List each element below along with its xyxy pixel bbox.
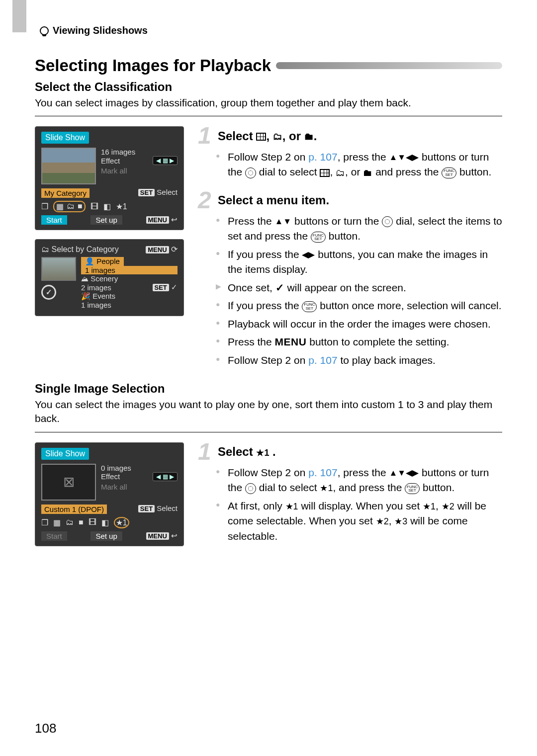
star1-icon: ★1 [256, 448, 269, 458]
date-grid-icon: ▦ [53, 518, 61, 527]
cam-category-highlight: My Category [41, 188, 90, 198]
set-badge: SET [138, 189, 155, 196]
func-set-button-icon: FUNCSET [405, 483, 420, 494]
menu-badge: MENU [146, 246, 169, 253]
step-2: 2 Select a menu item. Press the ▲▼ butto… [198, 191, 502, 368]
cam-markall: Mark all [101, 483, 178, 491]
step-number: 2 [198, 191, 216, 210]
menu-badge: MENU [146, 216, 169, 224]
func-set-button-icon: FUNCSET [302, 301, 317, 312]
star3-icon: ★3 [394, 516, 407, 526]
check-circle-icon: ✓ [41, 285, 56, 300]
cam-markall: Mark all [101, 167, 178, 175]
left-right-icon: ◀▶ [302, 249, 315, 261]
cat-events: Events [92, 292, 115, 300]
step2-result-bullet: Once set, ✓ will appear on the screen. [216, 280, 502, 295]
cam-icon-row: ❐ ▦ 🗂 ■ 🎞 ◧ ★1 [41, 517, 178, 528]
back-icon: ↩ [171, 215, 178, 224]
step2-bullet: Playback will occur in the order the ima… [216, 317, 502, 332]
func-set-button-icon: FUNCSET [442, 168, 456, 178]
control-dial-icon [245, 168, 256, 178]
category-album-icon: 🗂 [41, 245, 51, 253]
cam-title: Slide Show [41, 132, 89, 144]
cam-thumbnail-empty: ⊠ [41, 464, 96, 501]
breadcrumb: Viewing Slideshows [35, 25, 502, 36]
cam-image-count: 0 images [101, 464, 178, 472]
date-grid-icon [320, 169, 330, 177]
menu-button-icon: MENU [275, 336, 307, 347]
star1-icon: ★1 [423, 502, 436, 511]
cam-start-tab: Start [41, 215, 67, 225]
body-classification: You can select images by classification,… [35, 96, 502, 110]
cam-image-count: 16 images [101, 148, 178, 156]
cam-thumbnail [41, 148, 96, 184]
slideshow-small-icon: ⟳ [171, 245, 178, 253]
breadcrumb-text: Viewing Slideshows [53, 25, 148, 36]
stack-icon: ❐ [41, 518, 48, 527]
cam-title: Slide Show [41, 448, 89, 460]
step-number: 1 [198, 442, 216, 461]
menu-badge: MENU [146, 532, 169, 540]
cat-events-count: 1 images [81, 301, 178, 309]
cam-effect-label: Effect [101, 157, 120, 165]
step-1: 1 Select , 🗂, or 🖿. Follow Step 2 on p. … [198, 126, 502, 179]
checkmark-icon: ✓ [275, 280, 284, 295]
category-album-icon: 🗂 [336, 166, 345, 180]
title-decoration [276, 62, 502, 69]
cat-scenery: Scenery [90, 274, 118, 283]
page-link[interactable]: p. 107 [308, 467, 337, 478]
camera-screen-slideshow-2: Slide Show ⊠ 0 images Effect ◀ ▦ ▶ Mark … [35, 442, 184, 546]
star1-ring-icon: ★1 [114, 517, 129, 528]
movie-icon: 🎞 [90, 202, 98, 211]
still-icon: ◧ [103, 202, 111, 211]
cat-people-count: 1 images [81, 266, 178, 274]
cam-select-text: Select [157, 188, 178, 196]
side-tab [12, 0, 26, 32]
step1-bullet: Follow Step 2 on p. 107, press the ▲▼◀▶ … [216, 150, 502, 180]
star2-icon: ★2 [442, 502, 454, 511]
date-grid-icon: ▦ [56, 202, 64, 211]
star2-icon: ★2 [376, 516, 389, 526]
date-grid-icon [256, 133, 266, 141]
camera-screen-category: 🗂 Select by Category MENU ⟳ ✓ 👤 People [35, 239, 184, 316]
subhead-single: Single Image Selection [35, 382, 502, 396]
page-link[interactable]: p. 107 [308, 354, 337, 366]
cam-effect-chip: ◀ ▦ ▶ [153, 472, 178, 481]
step2-bullet: Press the MENU button to complete the se… [216, 335, 502, 349]
check-icon: ✓ [171, 283, 178, 291]
cam-effect-label: Effect [101, 472, 120, 481]
star1-icon: ★1 [285, 502, 298, 511]
cam-custom-highlight: Custom 1 (DPOF) [41, 504, 107, 514]
screenshots-column: Slide Show 16 images Effect ◀ ▦ ▶ Mark a… [35, 126, 184, 379]
step2-bullet: Press the ▲▼ buttons or turn the dial, s… [216, 214, 502, 244]
page-link[interactable]: p. 107 [308, 151, 337, 163]
cam-start-tab-disabled: Start [41, 531, 67, 541]
divider [35, 116, 502, 116]
back-icon: ↩ [171, 531, 178, 540]
cat-thumb [41, 257, 76, 281]
section-single: Slide Show ⊠ 0 images Effect ◀ ▦ ▶ Mark … [35, 442, 502, 555]
page-number: 108 [35, 721, 56, 736]
set-badge: SET [153, 284, 169, 291]
step-number: 1 [198, 126, 216, 145]
step-title: Select a menu item. [218, 193, 329, 207]
still-icon: ◧ [101, 518, 109, 527]
step-1-single: 1 Select ★1 . Follow Step 2 on p. 107, p… [198, 442, 502, 544]
cat-people: People [96, 257, 120, 265]
page-title: Selecting Images for Playback [35, 56, 271, 75]
cam-select-text: Select [157, 504, 178, 512]
cam-effect-chip: ◀ ▦ ▶ [153, 156, 178, 165]
up-down-left-right-icon: ▲▼◀▶ [389, 467, 419, 480]
folder-icon: 🖿 [363, 166, 372, 180]
stack-icon: ❐ [41, 202, 48, 211]
cam-setup-tab: Set up [90, 531, 122, 541]
category-album-icon: 🗂 [67, 202, 75, 211]
steps-column: 1 Select , 🗂, or 🖿. Follow Step 2 on p. … [198, 126, 502, 379]
step2-bullet: If you press the FUNCSET button once mor… [216, 298, 502, 313]
screenshots-column: Slide Show ⊠ 0 images Effect ◀ ▦ ▶ Mark … [35, 442, 184, 555]
single-step1-bullet: At first, only ★1 will display. When you… [216, 499, 502, 544]
subhead-classification: Select the Classification [35, 80, 502, 94]
func-set-button-icon: FUNCSET [311, 232, 326, 243]
slideshow-icon [40, 26, 49, 35]
folder-icon: ■ [78, 202, 83, 211]
